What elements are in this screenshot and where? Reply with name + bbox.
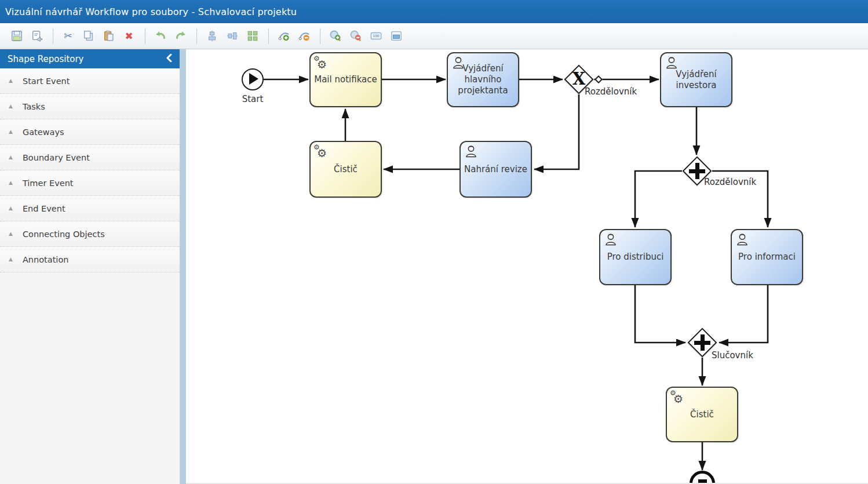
user-task-person-icon <box>735 232 749 249</box>
flow-split-to-distribuci[interactable] <box>635 171 682 227</box>
toolbar-separator <box>268 28 269 44</box>
shape-repository-header[interactable]: Shape Repository <box>0 49 180 68</box>
align-vertical-icon[interactable] <box>202 27 221 45</box>
parallel-gateway-plus-icon <box>689 163 705 179</box>
collapse-triangle-icon: ▲ <box>9 257 13 262</box>
task-label: Čistič <box>334 164 358 175</box>
save-as-icon[interactable] <box>27 27 46 45</box>
task-mail-notifikace[interactable]: ⚙⚙ Mail notifikace <box>309 52 382 107</box>
main-toolbar: ✂ ✖ 100 <box>0 23 868 49</box>
svg-text:100: 100 <box>373 34 379 38</box>
sidebar-item-end-event[interactable]: ▲ End Event <box>0 196 180 221</box>
collapse-triangle-icon: ▲ <box>9 129 13 134</box>
sidebar-item-timer-event[interactable]: ▲ Timer Event <box>0 170 180 196</box>
collapse-triangle-icon: ▲ <box>9 180 13 185</box>
align-horizontal-icon[interactable] <box>223 27 242 45</box>
task-cistic-revize[interactable]: ⚙⚙ Čistič <box>309 141 382 198</box>
flow-distribuci-to-join[interactable] <box>635 285 685 343</box>
undo-icon[interactable] <box>151 27 170 45</box>
task-vyjadreni-investora[interactable]: Vyjádření investora <box>660 52 732 107</box>
user-task-person-icon <box>604 232 618 249</box>
task-nahrani-revize[interactable]: Nahrání revize <box>459 141 532 198</box>
zoom-fit-icon[interactable] <box>386 27 406 45</box>
shape-repository-panel: Shape Repository ▲ Start Event ▲ Tasks ▲… <box>0 49 180 484</box>
save-icon[interactable] <box>7 27 26 45</box>
task-label: Nahrání revize <box>464 164 527 175</box>
redo-icon[interactable] <box>171 27 190 45</box>
gateway-label: Rozdělovník <box>585 86 637 97</box>
start-event-node[interactable]: Start <box>235 68 270 104</box>
gateway-label: Slučovník <box>712 350 753 361</box>
chevron-left-icon[interactable] <box>166 54 172 64</box>
cut-icon[interactable]: ✂ <box>59 27 78 45</box>
add-bendpoint-icon[interactable] <box>274 27 293 45</box>
sidebar-item-connecting-objects[interactable]: ▲ Connecting Objects <box>0 221 180 247</box>
task-label: Čistič <box>690 409 714 420</box>
sidebar-item-gateways[interactable]: ▲ Gateways <box>0 119 180 145</box>
user-task-person-icon <box>665 56 679 72</box>
parallel-gateway-plus-icon <box>694 334 710 351</box>
window-titlebar: Vizuální návrhář Workflow pro soubory - … <box>0 0 868 23</box>
same-size-icon[interactable] <box>243 27 262 45</box>
sidebar-item-start-event[interactable]: ▲ Start Event <box>0 68 180 94</box>
collapse-triangle-icon: ▲ <box>9 104 13 109</box>
task-cistic-final[interactable]: ⚙⚙ Čistič <box>666 387 738 442</box>
flow-informaci-to-join[interactable] <box>719 285 768 343</box>
collapse-triangle-icon: ▲ <box>9 155 13 160</box>
start-event-label: Start <box>235 94 270 104</box>
sidebar-item-annotation[interactable]: ▲ Annotation <box>0 247 180 272</box>
gateway-label: Rozdělovník <box>704 177 756 187</box>
zoom-standard-icon[interactable]: 100 <box>366 27 385 45</box>
toolbar-separator <box>320 28 320 44</box>
flow-gateway-to-nahrani[interactable] <box>534 94 579 169</box>
task-pro-distribuci[interactable]: Pro distribuci <box>599 229 672 285</box>
panel-splitter[interactable] <box>180 49 186 484</box>
window-title: Vizuální návrhář Workflow pro soubory - … <box>5 6 297 17</box>
task-label: Mail notifikace <box>314 74 377 85</box>
toolbar-separator <box>53 28 53 44</box>
paste-icon[interactable] <box>99 27 118 45</box>
task-label: Pro distribuci <box>607 252 664 263</box>
toolbar-separator <box>196 28 197 44</box>
task-pro-informaci[interactable]: Pro informaci <box>731 229 803 285</box>
task-label: Pro informaci <box>738 252 796 263</box>
task-vyjadreni-projektanta[interactable]: Vyjádření hlavního projektanta <box>447 52 519 107</box>
remove-bendpoint-icon[interactable] <box>294 27 313 45</box>
exclusive-gateway-x-icon: X <box>572 71 586 89</box>
service-task-gear-icon: ⚙⚙ <box>670 390 685 405</box>
sidebar-item-tasks[interactable]: ▲ Tasks <box>0 94 180 119</box>
start-event-icon <box>242 68 264 90</box>
service-task-gear-icon: ⚙⚙ <box>314 56 329 71</box>
copy-icon[interactable] <box>79 27 98 45</box>
sidebar-item-boundary-event[interactable]: ▲ Boundary Event <box>0 145 180 170</box>
diagram-canvas[interactable]: Start ⚙⚙ Mail notifikace Vyjádření hlavn… <box>186 49 868 484</box>
shape-repository-title: Shape Repository <box>8 54 84 64</box>
toolbar-separator <box>145 28 145 44</box>
zoom-in-icon[interactable] <box>326 27 345 45</box>
zoom-out-icon[interactable] <box>346 27 365 45</box>
collapse-triangle-icon: ▲ <box>9 206 13 211</box>
collapse-triangle-icon: ▲ <box>9 231 13 236</box>
delete-icon[interactable]: ✖ <box>119 27 138 45</box>
user-task-person-icon <box>451 56 465 72</box>
service-task-gear-icon: ⚙⚙ <box>314 144 329 159</box>
user-task-person-icon <box>464 144 478 161</box>
collapse-triangle-icon: ▲ <box>9 78 13 83</box>
